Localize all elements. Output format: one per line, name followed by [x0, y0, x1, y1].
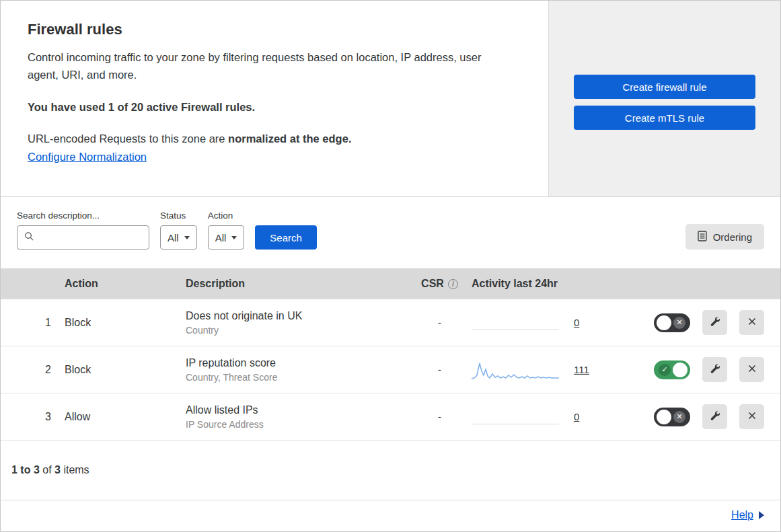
rule-description: Does not originate in UK [186, 310, 408, 322]
activity-count-link[interactable]: 0 [574, 411, 579, 422]
items-of: of [40, 464, 54, 476]
activity-count-link[interactable]: 0 [574, 317, 579, 328]
action-column-header: Action [65, 278, 186, 290]
activity-sparkline [472, 405, 559, 429]
rule-csr: - [408, 411, 472, 423]
usage-summary: You have used 1 of 20 active Firewall ru… [28, 101, 521, 114]
wrench-icon [710, 316, 720, 329]
normalization-bold-text: normalized at the edge. [228, 132, 351, 145]
action-value: All [215, 232, 227, 243]
status-dropdown[interactable]: All [160, 225, 197, 250]
rule-fields: IP Source Address [186, 419, 408, 430]
search-button[interactable]: Search [255, 225, 317, 250]
edit-rule-button[interactable] [702, 310, 727, 335]
wrench-icon [710, 410, 720, 423]
rule-enabled-toggle[interactable]: ✓ ✕ [654, 360, 690, 379]
status-label: Status [160, 211, 197, 221]
page-description: Control incoming traffic to your zone by… [28, 49, 512, 83]
arrow-right-icon [759, 511, 764, 519]
pagination-summary: 1 to 3 of 3 items [1, 441, 780, 500]
edit-rule-button[interactable] [702, 404, 727, 429]
create-mtls-rule-button[interactable]: Create mTLS rule [574, 106, 755, 130]
rule-enabled-toggle[interactable]: ✓ ✕ [654, 408, 690, 426]
items-suffix: items [61, 464, 89, 476]
table-row: 2 Block IP reputation score Country, Thr… [1, 346, 780, 393]
chevron-down-icon [184, 236, 190, 239]
page-title: Firewall rules [28, 21, 521, 38]
firewall-rules-card: Firewall rules Control incoming traffic … [0, 0, 781, 532]
create-firewall-rule-button[interactable]: Create firewall rule [574, 75, 755, 99]
rule-description: IP reputation score [186, 357, 408, 369]
info-icon[interactable]: i [448, 279, 458, 289]
status-filter-group: Status All [160, 211, 197, 250]
csr-header-label: CSR [421, 278, 444, 290]
activity-sparkline [472, 358, 559, 382]
items-total: 3 [54, 464, 61, 476]
cross-icon: ✕ [673, 317, 685, 329]
intro-panel: Firewall rules Control incoming traffic … [1, 1, 548, 196]
status-value: All [168, 232, 179, 243]
rule-priority: 1 [1, 317, 65, 329]
help-label: Help [731, 509, 753, 521]
search-icon [24, 231, 34, 244]
document-list-icon [698, 231, 707, 243]
rule-enabled-toggle[interactable]: ✓ ✕ [654, 313, 690, 332]
search-input[interactable] [38, 232, 142, 243]
rule-action: Block [65, 317, 186, 329]
rule-csr: - [408, 364, 472, 376]
table-row: 3 Allow Allow listed IPs IP Source Addre… [1, 393, 780, 441]
toggle-knob [657, 410, 671, 424]
help-link[interactable]: Help [731, 509, 764, 521]
close-icon [747, 317, 757, 328]
ordering-button[interactable]: Ordering [685, 224, 764, 250]
activity-count-link[interactable]: 111 [574, 364, 589, 375]
activity-sparkline [472, 311, 559, 335]
search-box[interactable] [17, 225, 149, 250]
edit-rule-button[interactable] [702, 357, 727, 382]
cross-icon: ✕ [673, 411, 685, 423]
normalization-text: URL-encoded Requests to this zone are [28, 132, 228, 145]
activity-column-header: Activity last 24hr [472, 278, 643, 290]
search-group: Search description... [17, 211, 149, 250]
action-filter-group: Action All [208, 211, 245, 250]
table-row: 1 Block Does not originate in UK Country… [1, 299, 780, 346]
rule-priority: 2 [1, 364, 65, 376]
toggle-knob [673, 363, 687, 377]
check-icon: ✓ [659, 364, 671, 376]
rule-action: Allow [65, 411, 186, 423]
rule-action: Block [65, 364, 186, 376]
chevron-down-icon [231, 236, 237, 239]
delete-rule-button[interactable] [739, 404, 764, 429]
close-icon [747, 411, 757, 422]
search-label: Search description... [17, 211, 149, 221]
help-row: Help [1, 500, 780, 531]
rule-fields: Country [186, 325, 408, 336]
wrench-icon [710, 363, 720, 376]
delete-rule-button[interactable] [739, 357, 764, 382]
header-section: Firewall rules Control incoming traffic … [1, 1, 780, 197]
action-label: Action [208, 211, 245, 221]
rule-description: Allow listed IPs [186, 404, 408, 416]
actions-panel: Create firewall rule Create mTLS rule [548, 1, 780, 196]
table-header-row: Action Description CSRi Activity last 24… [1, 268, 780, 299]
csr-column-header: CSRi [408, 278, 472, 290]
delete-rule-button[interactable] [739, 310, 764, 335]
configure-normalization-link[interactable]: Configure Normalization [28, 151, 147, 163]
ordering-button-label: Ordering [713, 231, 752, 243]
rule-csr: - [408, 317, 472, 329]
items-range: 1 to 3 [11, 464, 40, 476]
toggle-knob [657, 315, 671, 330]
description-column-header: Description [186, 278, 408, 290]
rule-priority: 3 [1, 411, 65, 423]
close-icon [747, 364, 757, 375]
filter-bar: Search description... Status All Action … [1, 197, 780, 268]
action-dropdown[interactable]: All [208, 225, 245, 250]
rule-fields: Country, Threat Score [186, 372, 408, 383]
normalization-note: URL-encoded Requests to this zone are no… [28, 132, 521, 145]
